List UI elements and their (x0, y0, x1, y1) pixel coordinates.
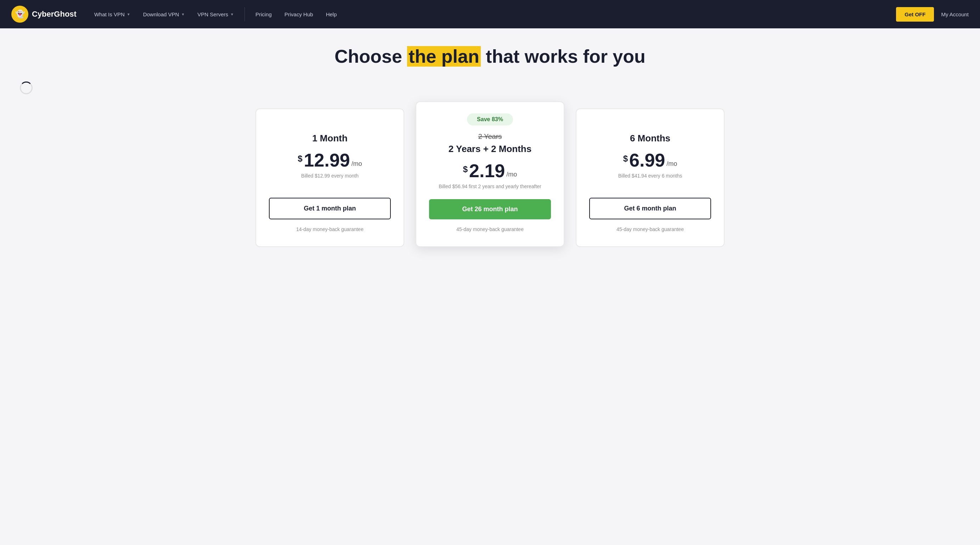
title-highlight: the plan (407, 46, 480, 67)
billed-text-2years: Billed $56.94 first 2 years and yearly t… (439, 183, 541, 189)
nav-privacy-hub[interactable]: Privacy Hub (278, 0, 320, 28)
page-title: Choose the plan that works for you (11, 45, 969, 67)
plan-card-6months: 6 Months $ 6.99 /mo Billed $41.94 every … (576, 108, 725, 247)
get-off-button[interactable]: Get OFF (896, 7, 934, 22)
plan-card-1month: 1 Month $ 12.99 /mo Billed $12.99 every … (255, 108, 404, 247)
navbar-right: Get OFF My Account (896, 7, 969, 22)
title-part2: that works for you (481, 46, 646, 67)
billed-text-6months: Billed $41.94 every 6 months (618, 173, 682, 178)
plan-name-6months: 6 Months (630, 133, 670, 144)
price-dollar-6months: $ (623, 154, 628, 164)
navbar: 👻 CyberGhost What Is VPN ▼ Download VPN … (0, 0, 980, 28)
price-row-2years: $ 2.19 /mo (463, 162, 517, 180)
nav-main: What Is VPN ▼ Download VPN ▼ VPN Servers… (88, 0, 896, 28)
nav-vpn-servers[interactable]: VPN Servers ▼ (191, 0, 240, 28)
nav-help[interactable]: Help (320, 0, 343, 28)
plan-name-2years: 2 Years + 2 Months (449, 143, 531, 155)
save-badge-2years: Save 83% (467, 113, 513, 126)
plan-btn-6months[interactable]: Get 6 month plan (589, 198, 711, 219)
price-period-6months: /mo (667, 160, 677, 167)
nav-privacy-hub-label: Privacy Hub (285, 11, 313, 18)
nav-pricing[interactable]: Pricing (249, 0, 278, 28)
price-row-1month: $ 12.99 /mo (298, 151, 362, 169)
chevron-down-icon: ▼ (181, 13, 185, 16)
main-content: Choose the plan that works for you 1 Mon… (0, 28, 980, 545)
price-row-6months: $ 6.99 /mo (623, 151, 678, 169)
plan-name-strikethrough-2years: 2 Years (478, 132, 502, 141)
price-amount-1month: 12.99 (304, 151, 350, 169)
pricing-cards-row: 1 Month $ 12.99 /mo Billed $12.99 every … (242, 101, 738, 247)
price-period-2years: /mo (506, 171, 517, 178)
logo-text: CyberGhost (32, 10, 76, 19)
nav-what-is-vpn[interactable]: What Is VPN ▼ (88, 0, 137, 28)
price-dollar-1month: $ (298, 154, 302, 164)
nav-divider (245, 7, 245, 21)
guarantee-1month: 14-day money-back guarantee (296, 226, 364, 232)
plan-btn-1month[interactable]: Get 1 month plan (269, 198, 391, 219)
logo-icon: 👻 (11, 6, 29, 23)
price-dollar-2years: $ (463, 164, 468, 174)
guarantee-6months: 45-day money-back guarantee (616, 226, 684, 232)
nav-download-vpn-label: Download VPN (143, 11, 179, 18)
title-part1: Choose (334, 46, 407, 67)
price-amount-2years: 2.19 (469, 162, 505, 180)
loading-spinner (20, 81, 33, 94)
chevron-down-icon: ▼ (127, 13, 130, 16)
price-period-1month: /mo (352, 160, 362, 167)
nav-what-is-vpn-label: What Is VPN (94, 11, 125, 18)
loading-spinner-area (11, 81, 969, 101)
billed-text-1month: Billed $12.99 every month (301, 173, 358, 178)
plan-card-2years: Save 83% 2 Years 2 Years + 2 Months $ 2.… (415, 101, 565, 247)
nav-vpn-servers-label: VPN Servers (197, 11, 228, 18)
nav-help-label: Help (326, 11, 337, 18)
plan-btn-2years[interactable]: Get 26 month plan (429, 199, 551, 219)
chevron-down-icon: ▼ (230, 13, 234, 16)
nav-download-vpn[interactable]: Download VPN ▼ (137, 0, 191, 28)
my-account-link[interactable]: My Account (941, 11, 969, 18)
plan-name-1month: 1 Month (312, 133, 348, 144)
price-amount-6months: 6.99 (629, 151, 665, 169)
guarantee-2years: 45-day money-back guarantee (457, 226, 523, 232)
nav-pricing-label: Pricing (255, 11, 272, 18)
logo[interactable]: 👻 CyberGhost (11, 6, 76, 23)
